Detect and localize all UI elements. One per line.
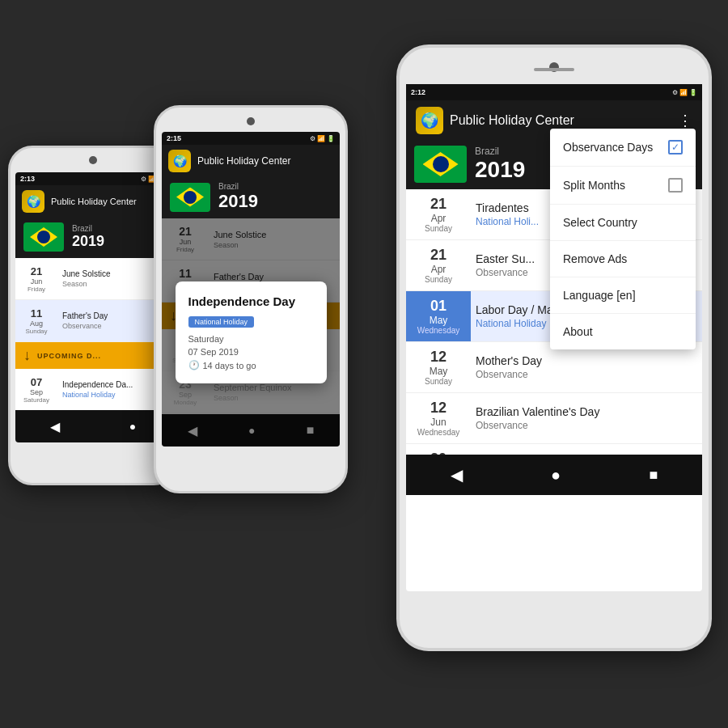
table-row[interactable]: 07 Sep Saturday Independence Da... Natio… (15, 369, 171, 411)
table-row[interactable]: 12 May Sunday Mother's Day Observance (406, 342, 702, 393)
menu-label-observance: Observance Days (563, 141, 653, 154)
content-area-2: 21 Jun Friday June Solstice Season 11 Au… (162, 218, 340, 447)
menu-item-observance-days[interactable]: Observance Days ✓ (550, 129, 696, 167)
time-3: 2:12 (411, 88, 425, 96)
phone-2-screen: 2:15 ⚙ 📶 🔋 🌍 Public Holiday Center (162, 132, 340, 447)
camera-1 (89, 156, 97, 164)
date-col-highlighted: 01 May Wednesday (406, 291, 471, 341)
speaker-3 (534, 68, 574, 71)
recent-button-3[interactable]: ■ (649, 467, 658, 484)
dropdown-menu: Observance Days ✓ Split Months Select Co… (550, 129, 696, 349)
flag-brazil-2 (170, 183, 210, 212)
modal-card[interactable]: Independence Day National Holiday Saturd… (176, 281, 327, 383)
date-col: 12 Jun Wednesday (406, 393, 471, 443)
status-bar-2: 2:15 ⚙ 📶 🔋 (162, 132, 340, 145)
date-col: 21 Apr Sunday (406, 240, 471, 290)
menu-item-split-months[interactable]: Split Months (550, 167, 696, 205)
menu-item-remove-ads[interactable]: Remove Ads (550, 241, 696, 277)
flag-brazil-1 (23, 222, 64, 252)
flag-circle-1 (37, 231, 50, 243)
upcoming-banner-1: ↓ UPCOMING D... (15, 342, 171, 369)
table-row[interactable]: 21 Jun Friday June Solstice Season (15, 258, 171, 300)
menu-item-about[interactable]: About (550, 314, 696, 349)
table-row[interactable]: 11 Aug Sunday Father's Day Observance (15, 300, 171, 342)
app-icon-1: 🌍 (22, 190, 44, 213)
phone-3: 2:12 ⚙ 📶 🔋 🌍 Public Holiday Center ⋮ (396, 44, 712, 651)
scene: 2:13 ⚙ 📶 🔋 🌍 Public Holiday Center (0, 0, 728, 728)
home-button-3[interactable]: ● (551, 466, 561, 485)
country-year-1: 2019 (72, 233, 104, 250)
modal-overlay: Independence Day National Holiday Saturd… (162, 218, 340, 447)
flag-inner-2 (176, 188, 204, 207)
phone-1: 2:13 ⚙ 📶 🔋 🌍 Public Holiday Center (8, 146, 178, 485)
menu-item-select-country[interactable]: Select Country (550, 205, 696, 241)
nav-bar-3: ◀ ● ■ (406, 455, 702, 495)
status-bar-1: 2:13 ⚙ 📶 🔋 (15, 172, 171, 185)
country-name-2: Brazil (218, 182, 258, 191)
country-info-2: Brazil 2019 (218, 182, 258, 212)
status-icons-3: ⚙ 📶 🔋 (672, 89, 697, 96)
date-col: 21 Jun Friday (15, 258, 57, 299)
date-col: 07 Sep Saturday (15, 369, 57, 410)
back-button-1[interactable]: ◀ (50, 419, 60, 434)
phone-1-screen: 2:13 ⚙ 📶 🔋 🌍 Public Holiday Center (15, 172, 171, 442)
app-header-2: 🌍 Public Holiday Center (162, 145, 340, 177)
time-1: 2:13 (20, 175, 35, 183)
modal-date: 07 Sep 2019 (188, 347, 314, 357)
modal-countdown: 🕐 14 days to go (188, 360, 314, 370)
back-button-3[interactable]: ◀ (451, 465, 463, 485)
status-icons-2: ⚙ 📶 🔋 (310, 135, 335, 142)
country-year-2: 2019 (218, 191, 258, 212)
holiday-info: Brazilian Valentine's Day Observance (471, 393, 702, 443)
app-icon-2: 🌍 (168, 150, 191, 172)
date-col: 11 Aug Sunday (15, 300, 57, 341)
holiday-info: Mother's Day Observance (471, 342, 702, 392)
nav-bar-1: ◀ ● (15, 410, 171, 442)
phone-2: 2:15 ⚙ 📶 🔋 🌍 Public Holiday Center (154, 105, 348, 493)
app-title-1: Public Holiday Center (51, 197, 164, 206)
checkbox-observance[interactable]: ✓ (668, 140, 683, 154)
menu-label-split: Split Months (563, 179, 625, 192)
home-button-1[interactable]: ● (129, 420, 136, 433)
country-year-3: 2019 (475, 157, 525, 183)
checkbox-split[interactable] (668, 178, 683, 193)
flag-diamond-2 (170, 183, 210, 212)
modal-title: Independence Day (188, 294, 314, 308)
modal-weekday: Saturday (188, 334, 314, 344)
country-name-3: Brazil (475, 146, 525, 157)
date-col: 21 Apr Sunday (406, 189, 471, 239)
flag-inner-3 (423, 152, 459, 176)
app-title-3: Public Holiday Center (450, 113, 671, 128)
status-bar-3: 2:12 ⚙ 📶 🔋 (406, 84, 702, 100)
phone-3-screen: 2:12 ⚙ 📶 🔋 🌍 Public Holiday Center ⋮ (406, 84, 702, 591)
more-menu-button[interactable]: ⋮ (678, 112, 692, 129)
flag-brazil-3 (414, 146, 467, 183)
menu-label-language: Language [en] (563, 289, 636, 302)
country-info-1: Brazil 2019 (72, 224, 104, 250)
menu-label-about: About (563, 325, 593, 338)
date-col: 12 May Sunday (406, 342, 471, 392)
modal-badge: National Holiday (188, 316, 255, 328)
time-2: 2:15 (167, 134, 181, 142)
country-info-3: Brazil 2019 (475, 146, 525, 183)
flag-diamond-1 (23, 222, 64, 252)
country-name-1: Brazil (72, 224, 104, 233)
table-row[interactable]: 12 Jun Wednesday Brazilian Valentine's D… (406, 393, 702, 444)
app-header-1: 🌍 Public Holiday Center (15, 185, 171, 218)
flag-diamond-3 (414, 146, 467, 183)
menu-item-language[interactable]: Language [en] (550, 277, 696, 314)
country-header-2: Brazil 2019 (162, 177, 340, 218)
camera-2 (247, 117, 255, 125)
flag-circle-3 (433, 156, 449, 172)
country-header-1: Brazil 2019 (15, 218, 171, 258)
app-title-2: Public Holiday Center (197, 155, 333, 167)
menu-label-country: Select Country (563, 216, 637, 229)
app-icon-3: 🌍 (416, 107, 443, 134)
flag-circle-2 (184, 191, 197, 204)
flag-inner-1 (30, 227, 57, 247)
menu-label-ads: Remove Ads (563, 252, 627, 265)
down-arrow-icon: ↓ (23, 347, 31, 364)
